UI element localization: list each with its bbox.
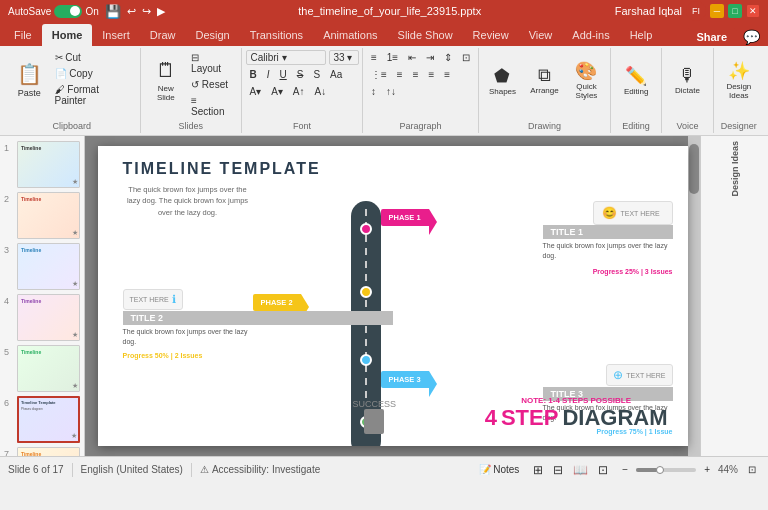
bullets-button[interactable]: ≡ — [367, 50, 381, 65]
autosave-state: On — [85, 6, 98, 17]
decrease-indent-button[interactable]: ⇤ — [404, 50, 420, 65]
font-size-decrease[interactable]: A↓ — [311, 84, 331, 99]
zoom-track[interactable] — [636, 468, 696, 472]
toggle-dot — [70, 6, 80, 16]
accessibility-info: ⚠ Accessibility: Investigate — [200, 464, 320, 475]
layout-button[interactable]: ⊟ Layout — [187, 50, 235, 76]
tab-addins[interactable]: Add-ins — [562, 24, 619, 46]
shadow-button[interactable]: S — [309, 67, 324, 82]
quick-styles-button[interactable]: 🎨 Quick Styles — [566, 50, 606, 110]
font-color-button[interactable]: A▾ — [246, 84, 266, 99]
copy-button[interactable]: 📄 Copy — [51, 66, 134, 81]
highlight-button[interactable]: A▾ — [267, 84, 287, 99]
justify-button[interactable]: ≡ — [440, 67, 454, 82]
underline-button[interactable]: U — [276, 67, 291, 82]
cut-button[interactable]: ✂ Cut — [51, 50, 134, 65]
tab-transitions[interactable]: Transitions — [240, 24, 313, 46]
slide-thumb-7[interactable]: 7 Timeline ★ — [4, 447, 80, 456]
normal-view-button[interactable]: ⊞ — [529, 461, 547, 479]
fit-slide-button[interactable]: ⊡ — [744, 462, 760, 477]
design-ideas-button[interactable]: ✨ Design Ideas — [719, 50, 759, 110]
italic-button[interactable]: I — [263, 67, 274, 82]
slide-canvas[interactable]: TIMELINE TEMPLATE The quick brown fox ju… — [98, 146, 688, 446]
minimize-button[interactable]: ─ — [710, 4, 724, 18]
undo-icon[interactable]: ↩ — [127, 5, 136, 18]
format-painter-button[interactable]: 🖌 Format Painter — [51, 82, 134, 108]
share-button[interactable]: Share — [686, 28, 737, 46]
slide-thumb-6[interactable]: 6 Timeline Template Phases diagram ★ — [4, 396, 80, 443]
present-icon[interactable]: ▶ — [157, 5, 165, 18]
slide-thumb-1[interactable]: 1 Timeline ★ — [4, 141, 80, 188]
dictate-button[interactable]: 🎙 Dictate — [667, 50, 707, 110]
presenter-view-button[interactable]: ⊡ — [594, 461, 612, 479]
note-step: STEP — [501, 405, 558, 431]
convert-smartart-button[interactable]: ⊡ — [458, 50, 474, 65]
font-case-button[interactable]: Aa — [326, 67, 346, 82]
close-button[interactable]: ✕ — [746, 4, 760, 18]
tab-draw[interactable]: Draw — [140, 24, 186, 46]
comments-icon[interactable]: 💬 — [743, 29, 760, 45]
increase-indent-button[interactable]: ⇥ — [422, 50, 438, 65]
phase1-marker — [360, 223, 372, 235]
slide-img-6: Timeline Template Phases diagram ★ — [17, 396, 80, 443]
slide-img-2: Timeline ★ — [17, 192, 80, 239]
editing-button[interactable]: ✏️ Editing — [616, 50, 656, 110]
align-left-button[interactable]: ≡ — [393, 67, 407, 82]
vertical-scrollbar[interactable] — [688, 136, 700, 456]
slide-num-3: 3 — [4, 245, 14, 255]
column-button[interactable]: ⋮≡ — [367, 67, 391, 82]
tab-design[interactable]: Design — [185, 24, 239, 46]
slide-img-3: Timeline ★ — [17, 243, 80, 290]
tab-file[interactable]: File — [4, 24, 42, 46]
new-slide-button[interactable]: 🗒 New Slide — [147, 50, 185, 110]
font-name-dropdown[interactable]: Calibri ▾ — [246, 50, 326, 65]
star-icon-1: ★ — [72, 178, 78, 186]
redo-icon[interactable]: ↪ — [142, 5, 151, 18]
save-icon[interactable]: 💾 — [105, 4, 121, 19]
slide-thumb-2[interactable]: 2 Timeline ★ — [4, 192, 80, 239]
tab-help[interactable]: Help — [620, 24, 663, 46]
zoom-out-button[interactable]: − — [618, 462, 632, 477]
slide-thumb-5[interactable]: 5 Timeline ★ — [4, 345, 80, 392]
slide-num-2: 2 — [4, 194, 14, 204]
font-size-increase[interactable]: A↑ — [289, 84, 309, 99]
arrange-button[interactable]: ⧉ Arrange — [524, 50, 564, 110]
star-icon-4: ★ — [72, 331, 78, 339]
font-size-dropdown[interactable]: 33 ▾ — [329, 50, 359, 65]
user-avatar[interactable]: FI — [686, 1, 706, 21]
tab-view[interactable]: View — [519, 24, 563, 46]
paste-icon: 📋 — [17, 62, 42, 86]
paste-button[interactable]: 📋 Paste — [10, 50, 49, 110]
autosave-toggle[interactable] — [54, 5, 82, 18]
section-button[interactable]: ≡ Section — [187, 93, 235, 119]
line-spacing-button[interactable]: ↕ — [367, 84, 380, 99]
tab-review[interactable]: Review — [463, 24, 519, 46]
tab-slideshow[interactable]: Slide Show — [388, 24, 463, 46]
strikethrough-button[interactable]: S — [293, 67, 308, 82]
align-right-button[interactable]: ≡ — [425, 67, 439, 82]
slide-thumb-3[interactable]: 3 Timeline ★ — [4, 243, 80, 290]
main-area: 1 Timeline ★ 2 Timeline ★ 3 Timeline ★ 4… — [0, 136, 768, 456]
view-buttons: ⊞ ⊟ 📖 ⊡ — [529, 461, 612, 479]
tab-insert[interactable]: Insert — [92, 24, 140, 46]
file-name: the_timeline_of_your_life_23915.pptx — [298, 5, 481, 17]
numbering-button[interactable]: 1≡ — [383, 50, 402, 65]
maximize-button[interactable]: □ — [728, 4, 742, 18]
tab-animations[interactable]: Animations — [313, 24, 387, 46]
slide-thumb-4[interactable]: 4 Timeline ★ — [4, 294, 80, 341]
reading-view-button[interactable]: 📖 — [569, 461, 592, 479]
reset-button[interactable]: ↺ Reset — [187, 77, 235, 92]
shapes-button[interactable]: ⬟ Shapes — [482, 50, 522, 110]
slide-sorter-button[interactable]: ⊟ — [549, 461, 567, 479]
tab-home[interactable]: Home — [42, 24, 93, 46]
voice-label: Voice — [676, 121, 698, 131]
zoom-in-button[interactable]: + — [700, 462, 714, 477]
bold-button[interactable]: B — [246, 67, 261, 82]
title1-banner: TITLE 1 — [543, 225, 673, 239]
scroll-thumb[interactable] — [689, 144, 699, 194]
paragraph-spacing-button[interactable]: ↑↓ — [382, 84, 400, 99]
text-direction-button[interactable]: ⇕ — [440, 50, 456, 65]
align-center-button[interactable]: ≡ — [409, 67, 423, 82]
zoom-handle[interactable] — [656, 466, 664, 474]
notes-button[interactable]: 📝 Notes — [475, 462, 523, 477]
